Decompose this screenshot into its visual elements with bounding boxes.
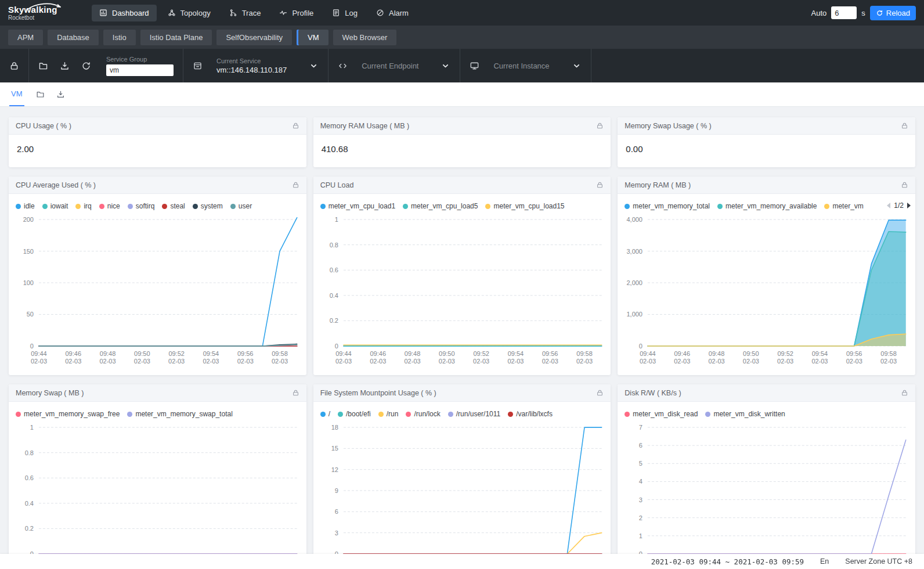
folder-icon[interactable] xyxy=(36,90,45,99)
current-endpoint-label: Current Endpoint xyxy=(362,62,418,70)
reload-button[interactable]: Reload xyxy=(870,6,916,20)
view-tab-vm[interactable]: VM xyxy=(9,82,24,106)
nav-item-trace[interactable]: Trace xyxy=(222,5,269,21)
legend-item[interactable]: meter_vm xyxy=(824,202,863,210)
current-endpoint-selector[interactable]: Current Endpoint xyxy=(329,49,460,82)
dashboard-tab-apm[interactable]: APM xyxy=(8,30,43,45)
legend-label: nice xyxy=(107,202,120,210)
legend-item[interactable]: irq xyxy=(75,202,91,210)
legend-item[interactable]: /run/user/1011 xyxy=(448,410,501,418)
legend-item[interactable]: meter_vm_disk_written xyxy=(705,410,785,418)
export-button[interactable] xyxy=(60,61,70,71)
dashboard-tab-label: APM xyxy=(17,33,34,42)
legend-item[interactable]: meter_vm_cpu_load15 xyxy=(485,202,564,210)
svg-text:0.2: 0.2 xyxy=(25,525,34,532)
lock-button[interactable] xyxy=(9,61,19,71)
legend-label: meter_vm_disk_read xyxy=(633,410,698,418)
svg-text:02-03: 02-03 xyxy=(31,358,47,365)
legend-label: /run/user/1011 xyxy=(456,410,501,418)
legend-label: /run/lock xyxy=(414,410,440,418)
svg-text:02-03: 02-03 xyxy=(674,358,691,365)
chart-card: CPU Average Used ( % )idleiowaitirqnices… xyxy=(9,177,306,375)
legend-item[interactable]: meter_vm_disk_read xyxy=(625,410,698,418)
import-button[interactable] xyxy=(38,61,48,71)
legend-item[interactable]: softirq xyxy=(128,202,155,210)
main-nav: DashboardTopologyTraceProfileLogAlarm xyxy=(92,5,416,21)
dashboard-tab-web-browser[interactable]: Web Browser xyxy=(333,30,397,45)
legend-label: /run xyxy=(387,410,399,418)
legend-dot xyxy=(99,204,104,209)
folder-icon xyxy=(38,61,48,71)
lock-icon xyxy=(292,122,299,129)
lock-icon xyxy=(901,122,908,129)
auto-refresh-input[interactable] xyxy=(831,6,857,19)
legend-pagination: 1/2 xyxy=(881,200,911,211)
legend-item[interactable]: meter_vm_memory_swap_free xyxy=(16,410,120,418)
svg-text:50: 50 xyxy=(27,311,34,318)
current-service-selector[interactable]: Current Service vm::146.148.110.187 xyxy=(183,49,329,82)
card-title: Memory RAM Usage ( MB ) xyxy=(320,122,410,130)
metric-value: 0.00 xyxy=(618,135,915,163)
language-switch[interactable]: En xyxy=(820,557,829,566)
download-icon[interactable] xyxy=(56,90,65,99)
legend-item[interactable]: system xyxy=(193,202,223,210)
legend-item[interactable]: iowait xyxy=(42,202,68,210)
svg-text:02-03: 02-03 xyxy=(99,358,116,365)
dashboard-tab-istio-data-plane[interactable]: Istio Data Plane xyxy=(140,30,212,45)
dashboard-tab-database[interactable]: Database xyxy=(48,30,99,45)
card-title: CPU Average Used ( % ) xyxy=(16,181,96,189)
nav-item-dashboard[interactable]: Dashboard xyxy=(92,5,157,21)
legend-next-icon[interactable] xyxy=(907,203,911,208)
svg-text:09:56: 09:56 xyxy=(237,350,253,357)
nav-item-topology[interactable]: Topology xyxy=(160,5,218,21)
log-icon xyxy=(332,9,340,17)
server-zone-control[interactable]: Server Zone UTC +8 xyxy=(845,557,912,566)
card-header: Memory Swap ( MB ) xyxy=(9,384,306,402)
refresh-templates-button[interactable] xyxy=(81,61,91,71)
dashboard-tab-vm[interactable]: VM xyxy=(297,30,329,45)
time-range-picker[interactable]: 2021-02-03 09:44 ~ 2021-02-03 09:59 xyxy=(651,557,804,566)
legend-item[interactable]: meter_vm_memory_available xyxy=(717,202,817,210)
legend-item[interactable]: meter_vm_cpu_load1 xyxy=(320,202,395,210)
legend-dot xyxy=(16,204,21,209)
legend-item[interactable]: /var/lib/lxcfs xyxy=(508,410,553,418)
svg-text:4: 4 xyxy=(639,478,643,485)
svg-text:1,000: 1,000 xyxy=(627,311,643,318)
service-group-input[interactable] xyxy=(106,64,174,76)
legend-item[interactable]: meter_vm_memory_total xyxy=(625,202,710,210)
legend-item[interactable]: /boot/efi xyxy=(338,410,371,418)
legend-item[interactable]: user xyxy=(230,202,252,210)
legend-label: user xyxy=(239,202,252,210)
nav-item-profile[interactable]: Profile xyxy=(272,5,321,21)
legend-dot xyxy=(320,204,326,209)
svg-text:09:46: 09:46 xyxy=(674,350,691,357)
svg-text:09:50: 09:50 xyxy=(439,350,455,357)
legend-item[interactable]: nice xyxy=(99,202,120,210)
nav-item-alarm[interactable]: Alarm xyxy=(369,5,416,21)
app-logo[interactable]: Skywalking Rocketbot xyxy=(8,5,77,21)
legend-label: meter_vm_memory_swap_free xyxy=(24,410,120,418)
svg-text:18: 18 xyxy=(331,424,338,431)
legend-item[interactable]: meter_vm_memory_swap_total xyxy=(127,410,232,418)
metric-value: 410.68 xyxy=(313,135,611,163)
legend-prev-icon[interactable] xyxy=(887,203,890,208)
lock-icon xyxy=(901,181,908,189)
current-instance-selector[interactable]: Current Instance xyxy=(460,49,591,82)
svg-text:09:48: 09:48 xyxy=(709,350,725,357)
legend-item[interactable]: / xyxy=(320,410,330,418)
svg-text:09:48: 09:48 xyxy=(100,350,116,357)
legend-label: /boot/efi xyxy=(346,410,371,418)
legend-item[interactable]: /run xyxy=(378,410,399,418)
legend-item[interactable]: meter_vm_cpu_load5 xyxy=(403,202,478,210)
dashboard-tab-istio[interactable]: Istio xyxy=(103,30,136,45)
card-title: Memory Swap ( MB ) xyxy=(16,389,84,397)
legend-item[interactable]: /run/lock xyxy=(406,410,440,418)
legend-dot xyxy=(42,204,48,209)
dashboard-tab-selfobservability[interactable]: SelfObservability xyxy=(216,30,292,45)
chevron-down-icon xyxy=(572,61,582,71)
current-service-label: Current Service xyxy=(216,57,287,64)
legend-dot xyxy=(16,412,21,417)
legend-item[interactable]: steal xyxy=(162,202,185,210)
legend-item[interactable]: idle xyxy=(16,202,35,210)
nav-item-log[interactable]: Log xyxy=(324,5,365,21)
